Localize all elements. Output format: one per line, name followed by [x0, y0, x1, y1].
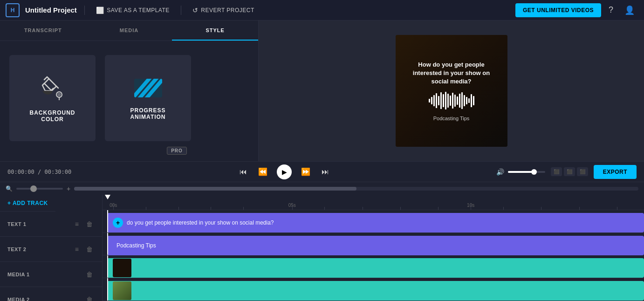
ruler-tick-minor: [579, 207, 580, 210]
tab-media[interactable]: MEDIA: [86, 21, 172, 41]
add-track-button[interactable]: + ADD TRACK: [0, 195, 55, 212]
ruler-tick-minor: [211, 207, 211, 210]
track-label-media2: MEDIA 2 🗑: [0, 287, 102, 301]
track-label-text1: TEXT 1 ≡ 🗑: [0, 212, 102, 237]
ruler-tick-minor: [438, 207, 438, 210]
waveform-bar: [468, 98, 470, 103]
ruler-tick-minor: [363, 207, 363, 210]
playhead-media2: [107, 278, 108, 301]
revert-project-button[interactable]: ↺ REVERT PROJECT: [189, 5, 258, 16]
waveform-bar: [461, 92, 463, 109]
track-block-media2[interactable]: [107, 281, 644, 301]
project-title: Untitled Project: [25, 6, 77, 14]
skip-to-end-button[interactable]: ⏭: [320, 166, 331, 178]
track-settings-button-text2[interactable]: ≡: [73, 245, 81, 254]
quality-hd-button[interactable]: ⬛: [551, 167, 562, 176]
save-template-button[interactable]: ⬜ SAVE AS A TEMPLATE: [92, 5, 173, 16]
background-color-option[interactable]: BACKGROUNDCOLOR: [9, 55, 96, 141]
style-panel: BACKGROUNDCOLOR: [0, 41, 258, 161]
track-content-text1: + do you get people interested in your s…: [103, 210, 644, 233]
nav-divider-1: [84, 6, 85, 15]
track-block-text2[interactable]: Podcasting Tips: [107, 236, 644, 255]
waveform: [414, 91, 489, 110]
preview-title: How do you get people interested in your…: [405, 61, 498, 86]
track-content-text2: Podcasting Tips: [103, 233, 644, 256]
zoom-knob: [30, 185, 37, 192]
pro-badge-container: PRO: [9, 147, 249, 155]
track-name-text2: TEXT 2: [7, 246, 69, 252]
play-button[interactable]: ▶: [277, 164, 292, 179]
waveform-bar: [436, 93, 437, 108]
quality-4k-button[interactable]: ⬛: [564, 167, 575, 176]
timeline-section: 00:00:00 / 00:30:00 ⏮ ⏪ ▶ ⏩ ⏭ 🔊 ⬛ ⬛ ⬛ EX…: [0, 161, 644, 301]
progress-animation-option[interactable]: PROGRESSANIMATION: [105, 55, 191, 141]
track-delete-button-text1[interactable]: 🗑: [84, 219, 95, 229]
fast-forward-button[interactable]: ⏩: [299, 165, 312, 178]
video-preview: How do you get people interested in your…: [396, 35, 507, 147]
waveform-bar: [459, 94, 460, 108]
save-template-icon: ⬜: [96, 7, 104, 14]
ruler-tick-minor: [243, 207, 244, 210]
zoom-track-fill: [74, 187, 356, 191]
waveform-bar: [447, 94, 449, 108]
background-color-icon: [39, 74, 67, 102]
tab-transcript[interactable]: TRANSCRIPT: [0, 21, 86, 41]
track-area: + ADD TRACK TEXT 1 ≡ 🗑 TEXT 2 ≡ 🗑 MEDIA …: [0, 195, 644, 301]
volume-slider[interactable]: [508, 171, 545, 173]
zoom-out-icon[interactable]: 🔍: [6, 185, 13, 192]
playhead-triangle: [105, 195, 110, 199]
waveform-bar: [454, 95, 456, 107]
track-settings-button-text1[interactable]: ≡: [73, 219, 81, 229]
zoom-track[interactable]: [74, 187, 638, 191]
rewind-button[interactable]: ⏪: [256, 165, 269, 178]
top-nav: H Untitled Project ⬜ SAVE AS A TEMPLATE …: [0, 0, 644, 21]
playback-controls: ⏮ ⏪ ▶ ⏩ ⏭: [78, 164, 491, 179]
waveform-bar: [445, 92, 446, 109]
playhead-text1: [107, 210, 108, 233]
zoom-bar: 🔍 +: [0, 182, 644, 195]
track-content-media2: [103, 278, 644, 301]
track-block-media1[interactable]: [107, 258, 644, 278]
waveform-bar: [473, 96, 474, 105]
track-label-text2: TEXT 2 ≡ 🗑: [0, 237, 102, 262]
time-display: 00:00:00 / 00:30:00: [7, 169, 73, 175]
ruler-tick-minor: [503, 207, 504, 210]
add-text1-icon[interactable]: +: [113, 218, 123, 228]
track-delete-button-text2[interactable]: 🗑: [84, 245, 95, 254]
export-button[interactable]: EXPORT: [594, 165, 637, 179]
track-delete-button-media2[interactable]: 🗑: [84, 295, 95, 301]
quality-buttons: ⬛ ⬛ ⬛: [551, 167, 588, 176]
style-options: BACKGROUNDCOLOR: [9, 55, 191, 141]
pro-badge: PRO: [167, 147, 187, 155]
track-block-text1[interactable]: + do you get people interested in your s…: [107, 213, 644, 233]
user-profile-button[interactable]: 👤: [621, 3, 638, 17]
waveform-bar: [443, 94, 444, 107]
volume-icon: 🔊: [496, 168, 504, 176]
preview-subtitle: Podcasting Tips: [433, 116, 470, 121]
tab-style[interactable]: STYLE: [172, 21, 258, 41]
zoom-in-icon[interactable]: +: [67, 185, 70, 192]
ruler-tick-major: [471, 204, 471, 210]
waveform-bar: [450, 96, 451, 106]
timeline-tracks: 00s 05s 10s: [103, 195, 644, 301]
track-name-media2: MEDIA 2: [7, 297, 81, 301]
app-logo: H: [6, 3, 20, 17]
help-button[interactable]: ?: [605, 3, 617, 17]
waveform-bar: [471, 94, 472, 107]
ruler-tick-minor: [178, 207, 179, 210]
svg-point-1: [57, 93, 61, 96]
track-delete-button-media1[interactable]: 🗑: [84, 270, 95, 279]
zoom-slider[interactable]: [16, 188, 63, 190]
playhead-media1: [107, 255, 108, 278]
ruler-tick-minor: [146, 207, 146, 210]
waveform-bar: [466, 97, 467, 104]
waveform-bar: [433, 95, 435, 106]
quality-settings-button[interactable]: ⬛: [577, 167, 588, 176]
track-label-media1: MEDIA 1 🗑: [0, 262, 102, 287]
get-unlimited-button[interactable]: GET UNLIMITED VIDEOS: [515, 3, 601, 17]
revert-icon: ↺: [192, 7, 199, 14]
track-labels: + ADD TRACK TEXT 1 ≡ 🗑 TEXT 2 ≡ 🗑 MEDIA …: [0, 195, 103, 301]
skip-to-start-button[interactable]: ⏮: [238, 166, 249, 178]
ruler-tick-major: [292, 204, 293, 210]
waveform-bar: [452, 93, 453, 109]
